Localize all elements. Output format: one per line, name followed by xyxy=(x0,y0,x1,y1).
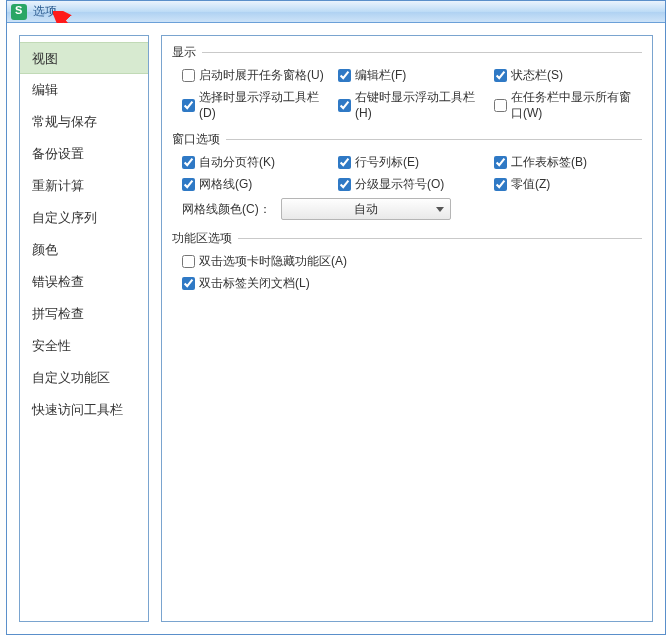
app-icon xyxy=(11,4,27,20)
display-label: 右键时显示浮动工具栏(H) xyxy=(355,89,486,121)
section-window-options: 窗口选项 自动分页符(K)行号列标(E)工作表标签(B)网格线(G)分级显示符号… xyxy=(172,131,642,220)
ribbon-option[interactable]: 双击选项卡时隐藏功能区(A) xyxy=(182,253,347,269)
window-option[interactable]: 行号列标(E) xyxy=(338,154,486,170)
ribbon-label: 双击标签关闭文档(L) xyxy=(199,275,310,291)
display-label: 选择时显示浮动工具栏(D) xyxy=(199,89,330,121)
window-option[interactable]: 网格线(G) xyxy=(182,176,330,192)
display-label: 编辑栏(F) xyxy=(355,67,406,83)
section-window-legend: 窗口选项 xyxy=(172,131,220,148)
window-option[interactable]: 分级显示符号(O) xyxy=(338,176,486,192)
ribbon-option[interactable]: 双击标签关闭文档(L) xyxy=(182,275,310,291)
display-row: 选择时显示浮动工具栏(D)右键时显示浮动工具栏(H)在任务栏中显示所有窗口(W) xyxy=(172,89,642,121)
window-row: 自动分页符(K)行号列标(E)工作表标签(B) xyxy=(172,154,642,170)
display-checkbox[interactable] xyxy=(182,69,195,82)
divider xyxy=(226,139,642,140)
sidebar-item-0[interactable]: 视图 xyxy=(20,42,148,74)
sidebar-item-9[interactable]: 安全性 xyxy=(20,330,148,362)
window-checkbox[interactable] xyxy=(338,178,351,191)
window-checkbox[interactable] xyxy=(494,178,507,191)
display-checkbox[interactable] xyxy=(494,69,507,82)
display-label: 在任务栏中显示所有窗口(W) xyxy=(511,89,642,121)
grid-color-label: 网格线颜色(C)： xyxy=(182,201,271,218)
window-checkbox[interactable] xyxy=(182,156,195,169)
display-option[interactable]: 在任务栏中显示所有窗口(W) xyxy=(494,89,642,121)
sidebar-item-1[interactable]: 编辑 xyxy=(20,74,148,106)
ribbon-row: 双击选项卡时隐藏功能区(A) xyxy=(172,253,642,269)
window-option[interactable]: 工作表标签(B) xyxy=(494,154,642,170)
section-ribbon-legend: 功能区选项 xyxy=(172,230,232,247)
sidebar-item-3[interactable]: 备份设置 xyxy=(20,138,148,170)
sidebar: 视图编辑常规与保存备份设置重新计算自定义序列颜色错误检查拼写检查安全性自定义功能… xyxy=(19,35,149,622)
divider xyxy=(238,238,642,239)
content-panel: 显示 启动时展开任务窗格(U)编辑栏(F)状态栏(S)选择时显示浮动工具栏(D)… xyxy=(161,35,653,622)
sidebar-item-2[interactable]: 常规与保存 xyxy=(20,106,148,138)
grid-color-value: 自动 xyxy=(354,201,378,218)
section-display: 显示 启动时展开任务窗格(U)编辑栏(F)状态栏(S)选择时显示浮动工具栏(D)… xyxy=(172,44,642,121)
window-checkbox[interactable] xyxy=(182,178,195,191)
display-checkbox[interactable] xyxy=(338,69,351,82)
window-label: 自动分页符(K) xyxy=(199,154,275,170)
ribbon-label: 双击选项卡时隐藏功能区(A) xyxy=(199,253,347,269)
window-row: 网格线(G)分级显示符号(O)零值(Z) xyxy=(172,176,642,192)
window-option[interactable]: 零值(Z) xyxy=(494,176,642,192)
display-option[interactable]: 右键时显示浮动工具栏(H) xyxy=(338,89,486,121)
window-label: 分级显示符号(O) xyxy=(355,176,444,192)
window-checkbox[interactable] xyxy=(494,156,507,169)
display-row: 启动时展开任务窗格(U)编辑栏(F)状态栏(S) xyxy=(172,67,642,83)
window-label: 行号列标(E) xyxy=(355,154,419,170)
sidebar-item-5[interactable]: 自定义序列 xyxy=(20,202,148,234)
divider xyxy=(202,52,642,53)
section-display-legend: 显示 xyxy=(172,44,196,61)
client-area: 视图编辑常规与保存备份设置重新计算自定义序列颜色错误检查拼写检查安全性自定义功能… xyxy=(7,23,665,634)
display-option[interactable]: 选择时显示浮动工具栏(D) xyxy=(182,89,330,121)
window-label: 工作表标签(B) xyxy=(511,154,587,170)
ribbon-checkbox[interactable] xyxy=(182,277,195,290)
display-option[interactable]: 启动时展开任务窗格(U) xyxy=(182,67,330,83)
ribbon-checkbox[interactable] xyxy=(182,255,195,268)
sidebar-item-11[interactable]: 快速访问工具栏 xyxy=(20,394,148,426)
display-checkbox[interactable] xyxy=(182,99,195,112)
display-label: 启动时展开任务窗格(U) xyxy=(199,67,324,83)
display-option[interactable]: 状态栏(S) xyxy=(494,67,642,83)
window-label: 网格线(G) xyxy=(199,176,252,192)
display-checkbox[interactable] xyxy=(494,99,507,112)
display-checkbox[interactable] xyxy=(338,99,351,112)
ribbon-row: 双击标签关闭文档(L) xyxy=(172,275,642,291)
window-label: 零值(Z) xyxy=(511,176,550,192)
sidebar-item-7[interactable]: 错误检查 xyxy=(20,266,148,298)
chevron-down-icon xyxy=(436,207,444,212)
section-ribbon-options: 功能区选项 双击选项卡时隐藏功能区(A)双击标签关闭文档(L) xyxy=(172,230,642,291)
sidebar-item-10[interactable]: 自定义功能区 xyxy=(20,362,148,394)
sidebar-item-6[interactable]: 颜色 xyxy=(20,234,148,266)
titlebar[interactable]: 选项 xyxy=(7,1,665,23)
sidebar-item-4[interactable]: 重新计算 xyxy=(20,170,148,202)
grid-color-dropdown[interactable]: 自动 xyxy=(281,198,451,220)
options-dialog: 选项 视图编辑常规与保存备份设置重新计算自定义序列颜色错误检查拼写检查安全性自定… xyxy=(6,0,666,635)
window-checkbox[interactable] xyxy=(338,156,351,169)
window-title: 选项 xyxy=(33,3,57,20)
display-label: 状态栏(S) xyxy=(511,67,563,83)
window-option[interactable]: 自动分页符(K) xyxy=(182,154,330,170)
sidebar-item-8[interactable]: 拼写检查 xyxy=(20,298,148,330)
display-option[interactable]: 编辑栏(F) xyxy=(338,67,486,83)
